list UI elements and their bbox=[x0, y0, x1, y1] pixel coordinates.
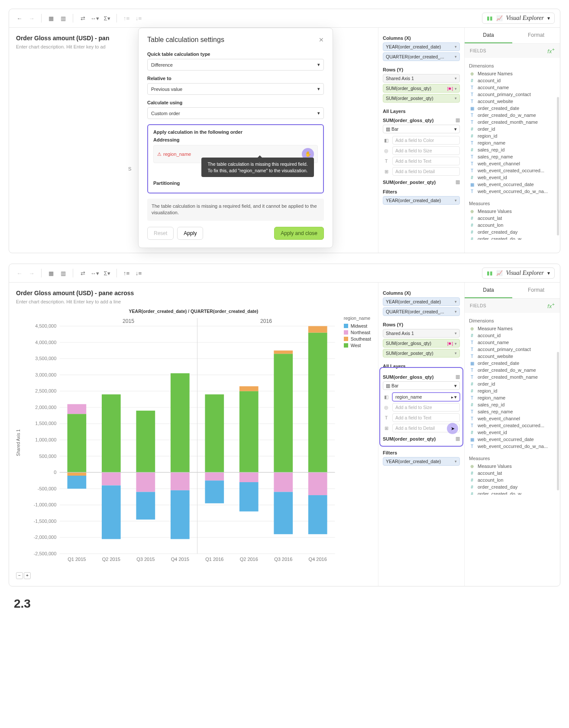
view-toggle-2[interactable]: ▥ bbox=[58, 13, 68, 23]
reset-button[interactable]: Reset bbox=[147, 227, 174, 240]
view-toggle-2[interactable]: ▥ bbox=[58, 268, 68, 278]
size-shelf[interactable]: Add a field to Size bbox=[392, 403, 460, 412]
field-web_event_created_occurred...[interactable]: Tweb_event_created_occurred... bbox=[469, 422, 556, 429]
shared-axis-pill[interactable]: Shared Axis 1▾ bbox=[383, 329, 460, 338]
field-order_id[interactable]: #order_id bbox=[469, 380, 556, 387]
field-sales_rep_id[interactable]: #sales_rep_id bbox=[469, 146, 556, 153]
field-account_name[interactable]: Taccount_name bbox=[469, 84, 556, 91]
row-pill[interactable]: SUM(order_gloss_qty)[✱]▾ bbox=[383, 84, 460, 93]
field-account_name[interactable]: Taccount_name bbox=[469, 339, 556, 346]
field-web_event_channel[interactable]: Tweb_event_channel bbox=[469, 415, 556, 422]
row-pill[interactable]: SUM(order_poster_qty)▾ bbox=[383, 94, 460, 103]
zoom-in-button[interactable]: + bbox=[24, 572, 31, 579]
visual-explorer-selector[interactable]: ▮▮ 📈 Visual Explorer ▾ bbox=[482, 13, 555, 24]
apply-button[interactable]: Apply bbox=[177, 227, 203, 240]
field-account_lat[interactable]: #account_lat bbox=[469, 215, 556, 222]
chart-description[interactable]: Enter chart description. Hit Enter key t… bbox=[16, 299, 371, 304]
visual-explorer-selector[interactable]: ▮▮📈 Visual Explorer ▾ bbox=[482, 267, 555, 279]
shared-axis-pill[interactable]: Shared Axis 1▾ bbox=[383, 74, 460, 83]
field-web_event_id[interactable]: #web_event_id bbox=[469, 429, 556, 436]
tab-format[interactable]: Format bbox=[512, 28, 560, 43]
forward-button[interactable]: → bbox=[26, 268, 37, 278]
field-order_created_date[interactable]: ▦order_created_date bbox=[469, 360, 556, 367]
bar-icon[interactable]: ▥ bbox=[456, 374, 460, 380]
scrollbar[interactable] bbox=[557, 352, 559, 490]
field-order_created_month_name[interactable]: Torder_created_month_name bbox=[469, 374, 556, 380]
fx-icon[interactable]: fx+ bbox=[547, 47, 555, 55]
apply-close-button[interactable]: Apply and close bbox=[274, 227, 324, 240]
mark-select[interactable]: ▥ Bar▾ bbox=[383, 125, 460, 133]
text-shelf[interactable]: Add a field to Text bbox=[392, 413, 460, 422]
field-sales_rep_name[interactable]: Tsales_rep_name bbox=[469, 408, 556, 415]
legend-item[interactable]: West bbox=[344, 343, 371, 348]
field-region_name[interactable]: Tregion_name bbox=[469, 139, 556, 146]
bar-icon[interactable]: ▥ bbox=[456, 117, 460, 123]
row-pill[interactable]: SUM(order_poster_qty)▾ bbox=[383, 349, 460, 358]
sort-asc-button[interactable]: ↑≡ bbox=[121, 13, 132, 23]
bar-icon[interactable]: ▥ bbox=[456, 436, 460, 441]
field-sales_rep_name[interactable]: Tsales_rep_name bbox=[469, 153, 556, 160]
tab-format[interactable]: Format bbox=[512, 283, 560, 298]
field-web_event_occurred_do_w_na...[interactable]: Tweb_event_occurred_do_w_na... bbox=[469, 443, 556, 450]
field-web_event_occurred_do_w_na...[interactable]: Tweb_event_occurred_do_w_na... bbox=[469, 188, 556, 195]
mark-select[interactable]: ▥ Bar▾ bbox=[383, 381, 460, 390]
view-toggle-1[interactable]: ▦ bbox=[46, 268, 56, 278]
field-region_id[interactable]: #region_id bbox=[469, 387, 556, 394]
sort-desc-button[interactable]: ↓≡ bbox=[133, 13, 144, 23]
field-web_event_occurred_date[interactable]: ▦web_event_occurred_date bbox=[469, 181, 556, 188]
color-shelf[interactable]: region_name▸▾ bbox=[392, 393, 460, 401]
detail-shelf[interactable]: Add a field to Detail bbox=[392, 424, 460, 432]
addressing-row[interactable]: ⚠ region_name ✋ The table calculation is… bbox=[153, 145, 318, 163]
fx-icon[interactable]: fx+ bbox=[547, 302, 555, 309]
field-account_website[interactable]: Taccount_website bbox=[469, 98, 556, 105]
color-shelf[interactable]: Add a field to Color bbox=[392, 136, 460, 145]
calculate-using-select[interactable]: Custom order▾ bbox=[147, 107, 324, 119]
field-account_primary_contact[interactable]: Taccount_primary_contact bbox=[469, 346, 556, 353]
field-order_created_day[interactable]: #order_created_day bbox=[469, 483, 556, 490]
field-account_primary_contact[interactable]: Taccount_primary_contact bbox=[469, 91, 556, 98]
field-web_event_created_occurred...[interactable]: Tweb_event_created_occurred... bbox=[469, 167, 556, 174]
field-order_created_month_name[interactable]: Torder_created_month_name bbox=[469, 119, 556, 126]
legend-item[interactable]: Midwest bbox=[344, 323, 371, 329]
field-Measure Values[interactable]: ⊕Measure Values bbox=[469, 463, 556, 470]
fit-button[interactable]: ↔︎▾ bbox=[90, 13, 100, 23]
filter-pill[interactable]: YEAR(order_created_date)▾ bbox=[383, 196, 460, 205]
field-order_created_do_w[interactable]: #order_created_do_w bbox=[469, 235, 556, 240]
filter-pill[interactable]: YEAR(order_created_date)▾ bbox=[383, 457, 460, 466]
field-web_event_id[interactable]: #web_event_id bbox=[469, 174, 556, 181]
field-sales_rep_id[interactable]: #sales_rep_id bbox=[469, 401, 556, 408]
tab-data[interactable]: Data bbox=[465, 283, 512, 298]
view-toggle-1[interactable]: ▦ bbox=[46, 13, 56, 23]
column-pill[interactable]: YEAR(order_created_date)▾ bbox=[383, 42, 460, 51]
chart-title[interactable]: Order Gloss amount (USD) - pane across bbox=[16, 290, 371, 296]
column-pill[interactable]: QUARTER(order_created_...▾ bbox=[383, 52, 460, 61]
field-region_name[interactable]: Tregion_name bbox=[469, 394, 556, 401]
field-order_id[interactable]: #order_id bbox=[469, 126, 556, 132]
field-account_lon[interactable]: #account_lon bbox=[469, 477, 556, 483]
close-icon[interactable]: ✕ bbox=[319, 36, 324, 44]
field-account_website[interactable]: Taccount_website bbox=[469, 353, 556, 360]
forward-button[interactable]: → bbox=[26, 13, 37, 23]
swap-button[interactable]: ⇄ bbox=[78, 268, 88, 278]
sort-asc-button[interactable]: ↑≡ bbox=[121, 268, 132, 278]
back-button[interactable]: ← bbox=[14, 268, 25, 278]
size-shelf[interactable]: Add a field to Size bbox=[392, 146, 460, 155]
field-order_created_do_w_name[interactable]: Torder_created_do_w_name bbox=[469, 112, 556, 119]
calc-type-select[interactable]: Difference▾ bbox=[147, 59, 324, 71]
sigma-button[interactable]: Σ▾ bbox=[102, 13, 112, 23]
back-button[interactable]: ← bbox=[14, 13, 25, 23]
field-account_id[interactable]: #account_id bbox=[469, 77, 556, 84]
field-Measure Names[interactable]: ⊕Measure Names bbox=[469, 70, 556, 77]
scrollbar[interactable] bbox=[557, 97, 559, 235]
field-order_created_do_w[interactable]: #order_created_do_w bbox=[469, 490, 556, 495]
bar-icon[interactable]: ▥ bbox=[456, 179, 460, 185]
field-region_id[interactable]: #region_id bbox=[469, 132, 556, 139]
legend-item[interactable]: Southeast bbox=[344, 336, 371, 341]
field-web_event_channel[interactable]: Tweb_event_channel bbox=[469, 160, 556, 167]
swap-button[interactable]: ⇄ bbox=[78, 13, 88, 23]
detail-shelf[interactable]: Add a field to Detail bbox=[392, 167, 460, 176]
fit-button[interactable]: ↔︎▾ bbox=[90, 268, 100, 278]
column-pill[interactable]: QUARTER(order_created_...▾ bbox=[383, 307, 460, 316]
tab-data[interactable]: Data bbox=[465, 28, 512, 43]
zoom-out-button[interactable]: − bbox=[16, 572, 23, 579]
